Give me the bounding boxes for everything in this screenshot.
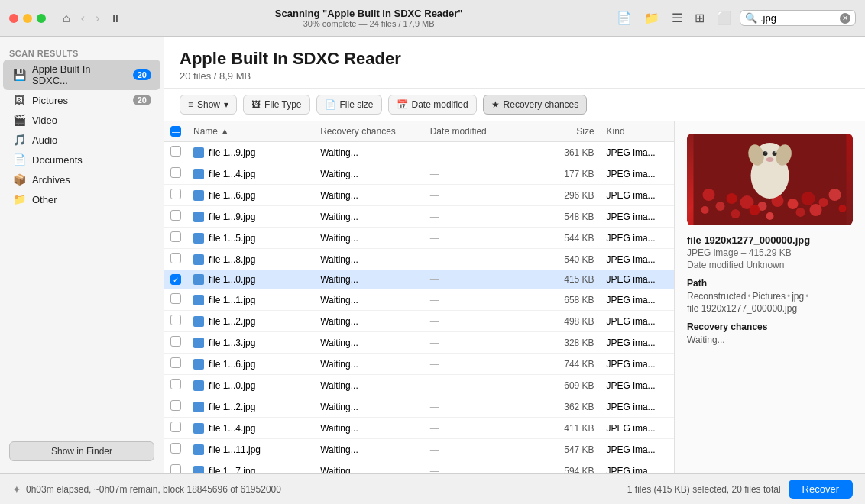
row-checkbox-cell bbox=[164, 354, 187, 375]
row-checkbox[interactable]: ✓ bbox=[170, 274, 181, 285]
table-row[interactable]: file 1...8.jpg Waiting... — 540 KB JPEG … bbox=[164, 249, 674, 270]
recovery-chances-button[interactable]: ★ Recovery chances bbox=[483, 95, 588, 115]
row-kind-cell: JPEG ima... bbox=[601, 228, 674, 249]
table-row[interactable]: file 1...2.jpg Waiting... — 362 KB JPEG … bbox=[164, 396, 674, 418]
row-size-cell: 548 KB bbox=[536, 206, 601, 228]
table-row[interactable]: file 1...0.jpg Waiting... — 609 KB JPEG … bbox=[164, 375, 674, 396]
row-checkbox[interactable] bbox=[170, 189, 181, 199]
table-row[interactable]: file 1...11.jpg Waiting... — 547 KB JPEG… bbox=[164, 439, 674, 460]
sidebar-item-other[interactable]: 📁 Other bbox=[3, 189, 160, 209]
pause-button[interactable]: ⏸ bbox=[105, 8, 125, 28]
row-size-cell: 544 KB bbox=[536, 228, 601, 249]
search-box[interactable]: 🔍 ✕ bbox=[740, 10, 856, 26]
sidebar-item-apple-sdxc[interactable]: 💾 Apple Built In SDXC... 20 bbox=[3, 60, 160, 90]
col-name-header[interactable]: Name ▲ bbox=[187, 121, 314, 142]
col-kind-header[interactable]: Kind bbox=[601, 121, 674, 142]
file-icon-button[interactable]: 📄 bbox=[612, 8, 637, 28]
main-layout: Scan results 💾 Apple Built In SDXC... 20… bbox=[0, 37, 865, 473]
row-checkbox[interactable] bbox=[170, 422, 181, 432]
back-button[interactable]: ‹ bbox=[76, 8, 89, 28]
search-input[interactable] bbox=[760, 12, 837, 24]
sidebar-item-audio[interactable]: 🎵 Audio bbox=[3, 130, 160, 150]
row-kind-cell: JPEG ima... bbox=[601, 396, 674, 418]
date-modified-button[interactable]: 📅 Date modified bbox=[388, 95, 477, 115]
row-checkbox[interactable] bbox=[170, 400, 181, 411]
home-button[interactable]: ⌂ bbox=[58, 8, 75, 28]
row-checkbox[interactable] bbox=[170, 357, 181, 368]
select-all-checkbox[interactable]: — bbox=[170, 126, 181, 137]
show-in-finder-button[interactable]: Show in Finder bbox=[9, 441, 154, 461]
row-date-cell: — bbox=[424, 375, 536, 396]
sidebar-toggle-button[interactable]: ⬜ bbox=[712, 8, 737, 28]
grid-view-button[interactable]: ⊞ bbox=[690, 8, 709, 28]
table-row[interactable]: file 1...4.jpg Waiting... — 177 KB JPEG … bbox=[164, 163, 674, 185]
col-date-header[interactable]: Date modified bbox=[424, 121, 536, 142]
row-checkbox[interactable] bbox=[170, 210, 181, 221]
svg-point-9 bbox=[819, 198, 828, 207]
show-button[interactable]: ≡ Show ▾ bbox=[180, 95, 237, 115]
sidebar-item-archives[interactable]: 📦 Archives bbox=[3, 170, 160, 189]
forward-button[interactable]: › bbox=[91, 8, 104, 28]
table-row[interactable]: file 1...6.jpg Waiting... — 744 KB JPEG … bbox=[164, 354, 674, 375]
row-checkbox[interactable] bbox=[170, 231, 181, 242]
table-row[interactable]: file 1...9.jpg Waiting... — 548 KB JPEG … bbox=[164, 206, 674, 228]
row-checkbox[interactable] bbox=[170, 379, 181, 389]
table-row[interactable]: file 1...5.jpg Waiting... — 544 KB JPEG … bbox=[164, 228, 674, 249]
minimize-button[interactable] bbox=[23, 14, 32, 23]
file-row-name: file 1...9.jpg bbox=[193, 212, 308, 222]
row-recovery-cell: Waiting... bbox=[314, 249, 424, 270]
sidebar-item-pictures[interactable]: 🖼 Pictures 20 bbox=[3, 90, 160, 110]
folder-icon-button[interactable]: 📁 bbox=[640, 8, 664, 28]
file-row-name: file 1...6.jpg bbox=[193, 359, 308, 370]
svg-point-13 bbox=[750, 205, 760, 215]
table-row[interactable]: file 1...1.jpg Waiting... — 658 KB JPEG … bbox=[164, 289, 674, 311]
row-date-cell: — bbox=[424, 185, 536, 206]
path-sep-2: • bbox=[787, 291, 790, 302]
svg-point-26 bbox=[775, 151, 776, 153]
close-button[interactable] bbox=[9, 14, 18, 23]
row-name-cell: file 1...9.jpg bbox=[187, 206, 314, 228]
file-table-wrapper[interactable]: — Name ▲ Recovery chances Date modified … bbox=[164, 121, 674, 473]
row-checkbox[interactable] bbox=[170, 443, 181, 454]
sidebar-item-label: Video bbox=[32, 115, 151, 126]
table-row[interactable]: file 1...6.jpg Waiting... — 296 KB JPEG … bbox=[164, 185, 674, 206]
sidebar-section-label: Scan results bbox=[0, 46, 164, 60]
table-row[interactable]: file 1...9.jpg Waiting... — 361 KB JPEG … bbox=[164, 142, 674, 163]
col-recovery-header[interactable]: Recovery chances bbox=[314, 121, 424, 142]
recover-button[interactable]: Recover bbox=[789, 480, 853, 499]
svg-point-25 bbox=[766, 151, 767, 153]
file-size-button[interactable]: 📄 File size bbox=[316, 95, 382, 115]
table-row[interactable]: ✓ file 1...0.jpg Waiting... — 415 KB JPE… bbox=[164, 270, 674, 289]
row-checkbox[interactable] bbox=[170, 315, 181, 325]
col-size-header[interactable]: Size bbox=[536, 121, 601, 142]
row-checkbox-cell bbox=[164, 375, 187, 396]
svg-point-23 bbox=[773, 151, 777, 156]
file-name: file 1...1.jpg bbox=[209, 295, 255, 305]
row-checkbox-cell bbox=[164, 418, 187, 439]
row-checkbox[interactable] bbox=[170, 167, 181, 178]
table-row[interactable]: file 1...2.jpg Waiting... — 498 KB JPEG … bbox=[164, 311, 674, 332]
list-view-button[interactable]: ☰ bbox=[667, 8, 687, 28]
file-row-name: file 1...0.jpg bbox=[193, 380, 308, 391]
file-type-button[interactable]: 🖼 File Type bbox=[243, 95, 309, 115]
row-checkbox[interactable] bbox=[170, 293, 181, 304]
table-row[interactable]: file 1...3.jpg Waiting... — 328 KB JPEG … bbox=[164, 332, 674, 354]
row-recovery-cell: Waiting... bbox=[314, 163, 424, 185]
calendar-icon: 📅 bbox=[397, 99, 408, 110]
row-recovery-cell: Waiting... bbox=[314, 396, 424, 418]
row-date-cell: — bbox=[424, 354, 536, 375]
row-checkbox[interactable] bbox=[170, 464, 181, 473]
row-checkbox[interactable] bbox=[170, 253, 181, 263]
row-name-cell: file 1...2.jpg bbox=[187, 396, 314, 418]
row-recovery-cell: Waiting... bbox=[314, 185, 424, 206]
sidebar-item-documents[interactable]: 📄 Documents bbox=[3, 150, 160, 170]
sidebar-item-video[interactable]: 🎬 Video bbox=[3, 110, 160, 130]
table-row[interactable]: file 1...7.jpg Waiting... — 594 KB JPEG … bbox=[164, 460, 674, 474]
row-checkbox[interactable] bbox=[170, 146, 181, 157]
maximize-button[interactable] bbox=[37, 14, 46, 23]
detail-image-placeholder bbox=[687, 134, 853, 225]
recovery-chances-label: Recovery chances bbox=[504, 99, 579, 110]
search-clear-button[interactable]: ✕ bbox=[840, 13, 850, 24]
table-row[interactable]: file 1...4.jpg Waiting... — 411 KB JPEG … bbox=[164, 418, 674, 439]
row-checkbox[interactable] bbox=[170, 336, 181, 347]
